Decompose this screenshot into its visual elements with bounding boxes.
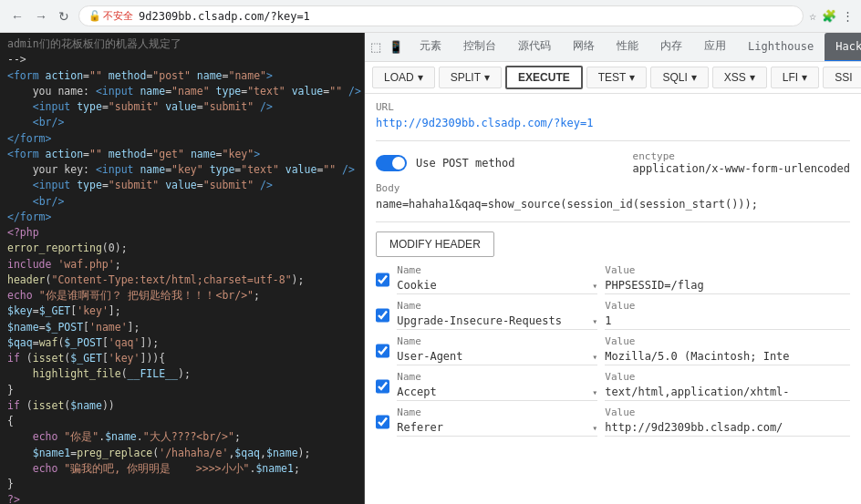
code-line: -->	[0, 52, 364, 67]
url-label: URL	[376, 101, 850, 113]
value-col-label: Value	[605, 406, 850, 418]
browser-bar: ← → ↻ 🔓 不安全 9d2309bb.clsadp.com/?key=1 ☆…	[0, 0, 861, 33]
upgrade-value-field: 1	[605, 313, 850, 330]
upgrade-name-field: Upgrade-Insecure-Requests ▾	[397, 313, 597, 330]
code-line: <form action="" method="post" name="name…	[0, 68, 364, 84]
code-line: $name=$_POST['name'];	[0, 320, 364, 335]
code-line: }	[0, 383, 364, 398]
lock-icon: 🔓	[88, 10, 101, 22]
devtools-icon-row: ⬚ 📱	[368, 38, 405, 56]
referer-value-text: http://9d2309bb.clsadp.com/	[605, 421, 850, 434]
value-col-label: Value	[605, 335, 850, 347]
name-col-referer: Name Referer ▾	[397, 406, 597, 437]
url-input[interactable]	[376, 115, 850, 131]
tab-console[interactable]: 控制台	[452, 33, 507, 62]
split-button[interactable]: SPLIT	[439, 67, 502, 88]
divider-1	[376, 140, 850, 141]
code-comment: admin们的花板板们的机器人规定了	[0, 36, 364, 52]
execute-button[interactable]: EXECUTE	[505, 66, 583, 89]
body-label: Body	[376, 182, 850, 194]
value-col-useragent: Value Mozilla/5.0 (Macintosh; Inte	[605, 335, 850, 365]
upgrade-value-text: 1	[605, 314, 850, 327]
test-button[interactable]: TEST	[586, 67, 648, 88]
post-label: Use POST method	[416, 157, 514, 170]
insecure-badge: 🔓 不安全	[88, 9, 133, 23]
code-line: }	[0, 477, 364, 492]
tab-lighthouse[interactable]: Lighthouse	[737, 33, 825, 62]
name-col-upgrade: Name Upgrade-Insecure-Requests ▾	[397, 300, 597, 330]
chevron-icon: ▾	[592, 281, 597, 291]
post-toggle[interactable]	[376, 155, 407, 171]
upgrade-name-text: Upgrade-Insecure-Requests	[397, 314, 588, 327]
body-section: Body	[376, 182, 850, 212]
divider-2	[376, 221, 850, 222]
bookmark-icon[interactable]: ☆	[809, 9, 816, 23]
code-line: echo "你是谁啊哥们？ 把钥匙给我！！！<br/>";	[0, 288, 364, 303]
load-button[interactable]: LOAD	[372, 67, 435, 88]
toggle-knob	[392, 157, 405, 170]
accept-value-field: text/html,application/xhtml-	[605, 384, 850, 401]
code-line: echo "你是".$name."大人????<br/>";	[0, 429, 364, 445]
code-line: $qaq=waf($_POST['qaq']);	[0, 335, 364, 351]
code-line: <form action="" method="get" name="key">	[0, 147, 364, 162]
tab-memory[interactable]: 内存	[649, 33, 693, 62]
cookie-name-text: Cookie	[397, 279, 588, 292]
header-checkbox-accept[interactable]	[376, 379, 389, 394]
tab-application[interactable]: 应用	[693, 33, 737, 62]
accept-value-text: text/html,application/xhtml-	[605, 386, 850, 398]
header-row-cookie: Name Cookie ▾ Value PHPSESSID=/flag	[376, 264, 850, 294]
tab-performance[interactable]: 性能	[606, 33, 649, 62]
chevron-icon: ▾	[592, 352, 597, 362]
nav-buttons: ← → ↻	[7, 7, 73, 26]
cursor-icon-button[interactable]: ⬚	[368, 38, 383, 56]
header-checkbox-cookie[interactable]	[376, 273, 389, 287]
name-col-accept: Name Accept ▾	[397, 371, 597, 401]
insecure-text: 不安全	[103, 9, 133, 23]
name-col-useragent: Name User-Agent ▾	[397, 335, 597, 365]
enctype-value: application/x-www-form-urlencoded	[633, 162, 850, 175]
tab-sources[interactable]: 源代码	[507, 33, 562, 62]
header-checkbox-upgrade[interactable]	[376, 308, 389, 323]
url-section: URL	[376, 101, 850, 131]
code-line: <input type="submit" value="submit" />	[0, 178, 364, 193]
tab-elements[interactable]: 元素	[409, 33, 452, 62]
value-col-accept: Value text/html,application/xhtml-	[605, 371, 850, 401]
cookie-value-text: PHPSESSID=/flag	[605, 279, 850, 292]
header-checkbox-referer[interactable]	[376, 415, 389, 429]
browser-icons: ☆ 🧩 ⋮	[809, 9, 854, 23]
code-line: $name1=preg_replace('/hahaha/e',$qaq,$na…	[0, 446, 364, 461]
modify-header-button[interactable]: MODIFY HEADER	[376, 231, 494, 257]
menu-icon[interactable]: ⋮	[842, 9, 854, 23]
code-line: if (isset($_GET['key'])){	[0, 351, 364, 366]
ssi-button[interactable]: SSI	[823, 67, 861, 88]
tab-network[interactable]: 网络	[562, 33, 606, 62]
extensions-icon[interactable]: 🧩	[822, 9, 836, 23]
xss-button[interactable]: XSS	[712, 67, 767, 88]
address-bar[interactable]: 🔓 不安全 9d2309bb.clsadp.com/?key=1	[78, 5, 804, 26]
header-checkbox-useragent[interactable]	[376, 344, 389, 358]
accept-name-text: Accept	[397, 386, 588, 398]
main-area: admin们的花板板们的机器人规定了 --> <form action="" m…	[0, 33, 861, 504]
devtools-tabs: ⬚ 📱 元素 控制台 源代码 网络 性能 内存 应用 Lighthouse Ha…	[365, 33, 861, 62]
code-line: ?>	[0, 492, 364, 504]
useragent-name-field: User-Agent ▾	[397, 348, 597, 365]
reload-button[interactable]: ↻	[55, 7, 73, 26]
url-text: 9d2309bb.clsadp.com/?key=1	[139, 10, 310, 23]
sqli-button[interactable]: SQLI	[650, 67, 708, 88]
enctype-label: enctype	[633, 150, 850, 162]
body-input[interactable]	[376, 196, 850, 212]
name-col-label: Name	[397, 300, 597, 312]
chevron-icon: ▾	[592, 316, 597, 326]
code-line: <br/>	[0, 115, 364, 130]
name-col-label: Name	[397, 264, 597, 276]
hackbar-content: URL Use POST method enctype application/…	[365, 94, 861, 504]
code-line: error_reporting(0);	[0, 241, 364, 256]
lfi-button[interactable]: LFI	[771, 67, 819, 88]
forward-button[interactable]: →	[31, 7, 51, 26]
back-button[interactable]: ←	[7, 7, 27, 26]
name-col-label: Name	[397, 406, 597, 418]
name-value-referer: Name Referer ▾ Value http://9d2309bb.cls…	[397, 406, 850, 437]
mobile-icon-button[interactable]: 📱	[387, 38, 405, 56]
tab-hackbar[interactable]: HackBar	[825, 33, 861, 62]
header-row-referer: Name Referer ▾ Value http://9d2309bb.cls…	[376, 406, 850, 437]
